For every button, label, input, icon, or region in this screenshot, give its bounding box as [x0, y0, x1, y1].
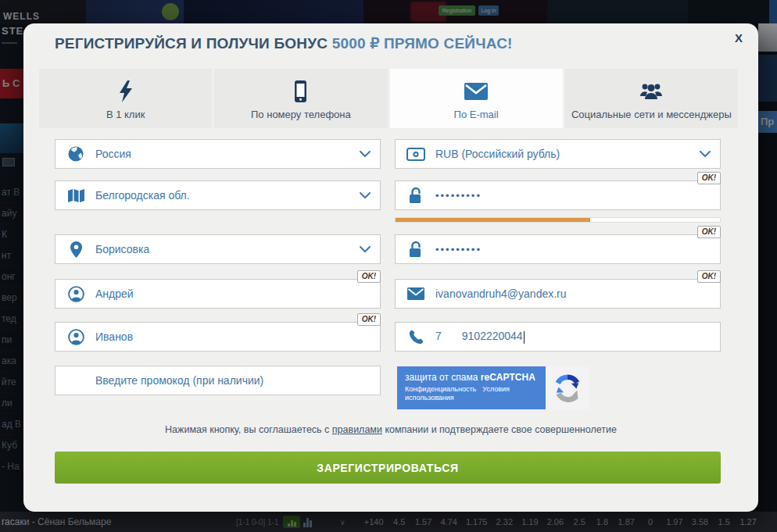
city-select[interactable]: Борисовка: [55, 234, 381, 264]
chevron-down-icon: [700, 151, 711, 158]
promo-placeholder: Введите промокод (при наличии): [95, 374, 263, 387]
status-badge: OK!: [357, 270, 381, 283]
person-icon: [66, 329, 85, 345]
recaptcha-privacy-link[interactable]: Конфиденциальность: [405, 385, 476, 393]
recaptcha-links: КонфиденциальностьУсловия использования: [405, 385, 499, 402]
region-value: Белгородская обл.: [95, 189, 190, 202]
password-strength-bar: [395, 217, 721, 223]
rules-link[interactable]: правилами: [332, 424, 382, 435]
region-select[interactable]: Белгородская обл.: [55, 180, 381, 210]
last-name-input[interactable]: OK! Иванов: [55, 322, 381, 352]
status-badge: OK!: [697, 172, 721, 184]
phone-number: 9102220044: [462, 330, 523, 342]
tab-label: По номеру телефона: [251, 109, 351, 120]
phone-input[interactable]: 79102220044: [395, 322, 721, 352]
chevron-down-icon: [360, 246, 371, 253]
password-confirm-value: •••••••••: [435, 244, 482, 255]
recaptcha-widget: защита от спама reCAPTCHA Конфиденциальн…: [397, 366, 589, 409]
map-icon: [66, 188, 85, 203]
page: WELLS Registration Log in STE Ь С ат В а…: [0, 0, 777, 532]
lock-open-icon: [406, 241, 425, 258]
country-value: Россия: [95, 148, 131, 160]
person-icon: [66, 286, 85, 302]
currency-value: RUB (Российский рубль): [435, 148, 560, 160]
chevron-down-icon: [360, 192, 371, 199]
city-value: Борисовка: [95, 243, 149, 255]
envelope-icon: [406, 287, 425, 300]
email-value: ivanovandruh4@yandex.ru: [435, 287, 567, 300]
recaptcha-info-panel: защита от спама reCAPTCHA Конфиденциальн…: [397, 366, 546, 409]
email-input[interactable]: OK! ivanovandruh4@yandex.ru: [395, 279, 721, 309]
consent-text: Нажимая кнопку, вы соглашаетесь с правил…: [23, 424, 758, 435]
password-input[interactable]: OK! •••••••••: [395, 180, 721, 210]
currency-select[interactable]: RUB (Российский рубль): [395, 139, 721, 169]
lock-open-icon: [406, 187, 425, 204]
chevron-down-icon: [360, 151, 371, 158]
text-caret: [524, 331, 525, 344]
recaptcha-logo-panel: [546, 366, 589, 409]
modal-title-bonus: 5000 ₽ ПРЯМО СЕЙЧАС!: [332, 35, 513, 52]
tab-one-click[interactable]: В 1 клик: [39, 69, 212, 128]
phone-country-code: 7: [435, 330, 442, 342]
registration-method-tabs: В 1 клик По номеру телефона По E-mail Со…: [39, 69, 738, 128]
globe-icon: [66, 146, 85, 162]
tab-social[interactable]: Социальные сети и мессенджеры: [565, 69, 738, 128]
recaptcha-text: защита от спама reCAPTCHA: [405, 372, 539, 383]
lightning-icon: [119, 79, 133, 104]
tab-label: Социальные сети и мессенджеры: [571, 109, 732, 120]
password-strength-fill: [396, 218, 590, 222]
location-pin-icon: [66, 241, 85, 258]
envelope-icon: [464, 79, 488, 104]
status-badge: OK!: [357, 313, 381, 326]
tab-label: В 1 клик: [106, 109, 145, 120]
banknote-icon: [406, 148, 425, 161]
recaptcha-brand: reCAPTCHA: [481, 372, 535, 383]
status-badge: OK!: [697, 270, 721, 283]
country-select[interactable]: Россия: [55, 139, 381, 169]
phone-value: 79102220044: [435, 330, 525, 343]
status-badge: OK!: [697, 226, 721, 238]
modal-title-main: РЕГИСТРИРУЙСЯ И ПОЛУЧИ БОНУС: [55, 35, 332, 52]
first-name-input[interactable]: OK! Андрей: [55, 279, 381, 309]
tab-phone[interactable]: По номеру телефона: [214, 69, 387, 128]
phone-handset-icon: [406, 330, 425, 345]
registration-modal: РЕГИСТРИРУЙСЯ И ПОЛУЧИ БОНУС 5000 ₽ ПРЯМ…: [23, 23, 758, 512]
recaptcha-logo-icon: [553, 373, 582, 403]
register-submit-button[interactable]: ЗАРЕГИСТРИРОВАТЬСЯ: [55, 452, 721, 484]
password-confirm-input[interactable]: OK! •••••••••: [395, 234, 721, 264]
password-value: •••••••••: [435, 190, 482, 202]
first-name-value: Андрей: [95, 287, 134, 300]
promo-code-input[interactable]: Введите промокод (при наличии): [55, 366, 381, 395]
smartphone-icon: [294, 79, 307, 104]
modal-title: РЕГИСТРИРУЙСЯ И ПОЛУЧИ БОНУС 5000 ₽ ПРЯМ…: [55, 34, 513, 52]
people-icon: [639, 79, 664, 104]
last-name-value: Иванов: [95, 330, 133, 343]
tab-email[interactable]: По E-mail: [390, 69, 563, 128]
tab-label: По E-mail: [454, 109, 499, 120]
close-icon[interactable]: X: [732, 28, 746, 48]
